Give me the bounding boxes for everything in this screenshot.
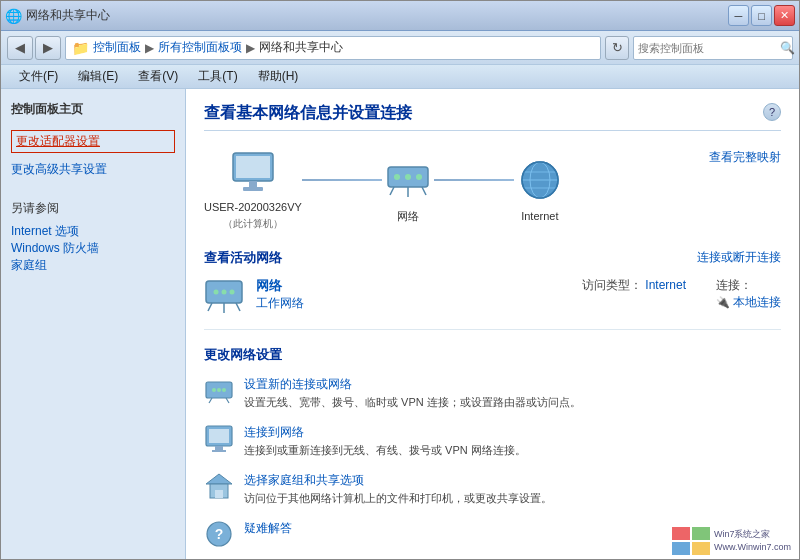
main-area: 控制面板主页 更改适配器设置 更改高级共享设置 另请参阅 Internet 选项… [1,89,799,559]
network-type[interactable]: 工作网络 [256,295,570,312]
menu-tools[interactable]: 工具(T) [188,66,247,87]
svg-line-26 [226,398,229,403]
window-title: 网络和共享中心 [26,7,110,24]
search-icon[interactable]: 🔍 [780,41,795,55]
network-diagram: 查看完整映射 USER-202003 [204,149,781,231]
node1-sublabel: （此计算机） [223,217,283,231]
connect-to-link[interactable]: 连接到网络 [244,425,304,439]
svg-point-27 [212,388,216,392]
sidebar: 控制面板主页 更改适配器设置 更改高级共享设置 另请参阅 Internet 选项… [1,89,186,559]
homegroup-link[interactable]: 选择家庭组和共享选项 [244,473,364,487]
settings-icon-troubleshoot: ? [204,520,234,548]
network-line-2 [434,179,514,181]
sidebar-link-firewall[interactable]: Windows 防火墙 [11,239,99,257]
svg-point-6 [405,174,411,180]
new-connection-desc: 设置无线、宽带、拨号、临时或 VPN 连接；或设置路由器或访问点。 [244,395,781,410]
svg-point-23 [230,290,235,295]
svg-rect-2 [249,181,257,187]
main-window: 🌐 网络和共享中心 ─ □ ✕ ◀ ▶ 📁 控制面板 ▶ 所有控制面板项 ▶ 网… [0,0,800,560]
svg-rect-36 [215,490,223,498]
svg-rect-31 [209,429,229,443]
svg-point-21 [214,290,219,295]
node2-label: 网络 [397,209,419,224]
access-type-block: 访问类型： Internet [582,277,686,294]
svg-rect-40 [692,527,710,540]
computer-icon [227,149,279,197]
svg-rect-32 [215,446,223,450]
svg-marker-34 [206,474,232,484]
back-button[interactable]: ◀ [7,36,33,60]
connect-to-desc: 连接到或重新连接到无线、有线、拨号或 VPN 网络连接。 [244,443,781,458]
connection-label: 连接： [716,278,752,292]
node3-label: Internet [521,210,558,222]
sidebar-link-adapter[interactable]: 更改适配器设置 [11,130,175,153]
settings-icon-homegroup [204,472,234,500]
title-bar: 🌐 网络和共享中心 ─ □ ✕ [1,1,799,31]
network-icon [382,157,434,205]
sidebar-also-see-title: 另请参阅 [11,200,175,217]
sidebar-link-homegroup[interactable]: 家庭组 [11,256,47,274]
settings-icon-connect-to [204,424,234,452]
menu-edit[interactable]: 编辑(E) [68,66,128,87]
connection-value[interactable]: 🔌 本地连接 [716,294,781,311]
forward-button[interactable]: ▶ [35,36,61,60]
node1-label: USER-20200326VY [204,201,302,213]
menu-file[interactable]: 文件(F) [9,66,68,87]
svg-line-8 [390,187,394,195]
maximize-button[interactable]: □ [751,5,772,26]
svg-point-5 [394,174,400,180]
access-type-label: 访问类型： [582,278,642,292]
sidebar-also-see: 另请参阅 Internet 选项 Windows 防火墙 家庭组 [11,200,175,274]
network-name[interactable]: 网络 [256,277,570,295]
connection-block: 连接： 🔌 本地连接 [716,277,781,311]
separator2: ▶ [246,41,255,55]
svg-point-29 [222,388,226,392]
menu-bar: 文件(F) 编辑(E) 查看(V) 工具(T) 帮助(H) [1,65,799,89]
active-network-section-title: 查看活动网络 连接或断开连接 [204,249,781,267]
refresh-button[interactable]: ↻ [605,36,629,60]
minimize-button[interactable]: ─ [728,5,749,26]
watermark: Win7系统之家 Www.Winwin7.com [672,527,791,555]
content-panel: ? 查看基本网络信息并设置连接 查看完整映射 [186,89,799,559]
search-bar: 🔍 [633,36,793,60]
svg-line-20 [236,303,240,311]
address-segment3[interactable]: 网络和共享中心 [259,39,343,56]
svg-line-18 [208,303,212,311]
change-settings-title: 更改网络设置 [204,346,781,364]
access-type-value: Internet [645,278,686,292]
menu-view[interactable]: 查看(V) [128,66,188,87]
network-meta: 访问类型： Internet 连接： 🔌 本地连接 [582,277,781,311]
settings-item-new-connection: 设置新的连接或网络 设置无线、宽带、拨号、临时或 VPN 连接；或设置路由器或访… [204,376,781,410]
svg-rect-3 [243,187,263,191]
connection-icon: 🔌 [716,296,730,309]
sidebar-link-internet[interactable]: Internet 选项 [11,222,79,240]
network-card-info: 网络 工作网络 [256,277,570,312]
help-icon[interactable]: ? [763,103,781,121]
settings-item-homegroup: 选择家庭组和共享选项 访问位于其他网络计算机上的文件和打印机，或更改共享设置。 [204,472,781,506]
watermark-text: Win7系统之家 Www.Winwin7.com [714,528,791,553]
svg-rect-1 [236,156,270,178]
svg-rect-33 [212,450,226,452]
troubleshoot-link[interactable]: 疑难解答 [244,521,292,535]
svg-rect-42 [692,542,710,555]
node-network: 网络 [382,157,434,224]
svg-point-22 [222,290,227,295]
new-connection-link[interactable]: 设置新的连接或网络 [244,377,352,391]
svg-point-28 [217,388,221,392]
connect-disconnect-link[interactable]: 连接或断开连接 [697,249,781,267]
view-full-map-link[interactable]: 查看完整映射 [709,149,781,166]
svg-line-25 [209,398,212,403]
address-segment1[interactable]: 控制面板 [93,39,141,56]
address-segment2[interactable]: 所有控制面板项 [158,39,242,56]
title-bar-left: 🌐 网络和共享中心 [5,7,110,24]
sidebar-link-sharing[interactable]: 更改高级共享设置 [11,159,175,180]
menu-help[interactable]: 帮助(H) [248,66,309,87]
address-path: 📁 控制面板 ▶ 所有控制面板项 ▶ 网络和共享中心 [65,36,601,60]
search-input[interactable] [638,42,776,54]
settings-item-connect-to: 连接到网络 连接到或重新连接到无线、有线、拨号或 VPN 网络连接。 [204,424,781,458]
svg-line-10 [422,187,426,195]
settings-info-new-connection: 设置新的连接或网络 设置无线、宽带、拨号、临时或 VPN 连接；或设置路由器或访… [244,376,781,410]
svg-rect-39 [672,527,690,540]
close-button[interactable]: ✕ [774,5,795,26]
node-computer: USER-20200326VY （此计算机） [204,149,302,231]
